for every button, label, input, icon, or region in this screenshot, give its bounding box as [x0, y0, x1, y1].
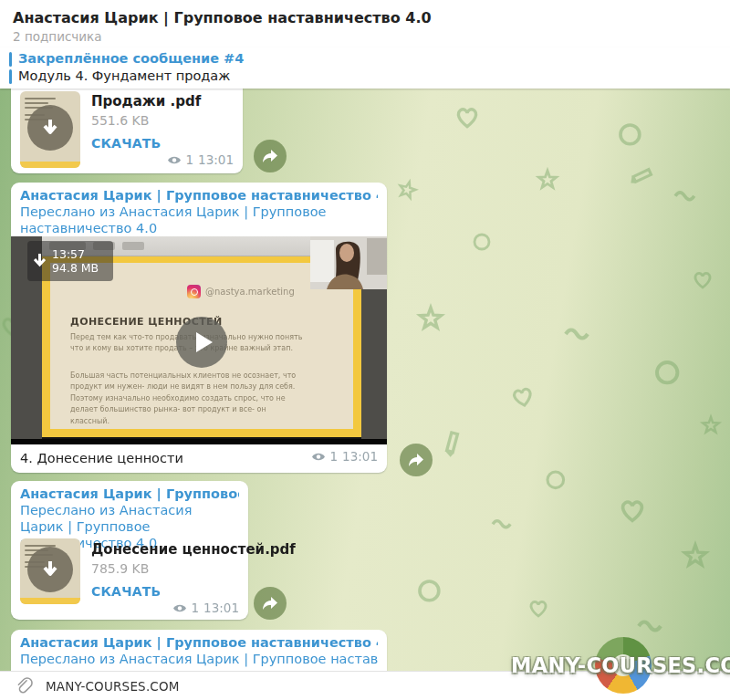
instagram-row: @nastya.marketing	[187, 285, 295, 298]
file-thumbnail-download[interactable]	[20, 91, 80, 168]
video-filesize: 94.8 MB	[52, 261, 99, 275]
message-time: 13:01	[198, 152, 234, 167]
subscriber-count: 2 подписчика	[13, 29, 102, 44]
attachment-paperclip-icon[interactable]	[15, 676, 34, 695]
message-meta: 1 13:01	[167, 152, 235, 167]
views-eye-icon	[311, 452, 326, 462]
download-link[interactable]: СКАЧАТЬ	[91, 136, 161, 151]
share-arrow-icon	[262, 596, 278, 611]
play-button[interactable]	[176, 317, 227, 368]
download-link[interactable]: СКАЧАТЬ	[91, 584, 161, 599]
view-count: 1	[186, 152, 194, 167]
forwarded-from[interactable]: Переслано из Анастасия Царик | Групповое…	[20, 651, 378, 667]
message-time: 13:01	[342, 449, 378, 464]
file-size: 785.9 KB	[91, 561, 149, 576]
message-time: 13:01	[203, 601, 239, 615]
message-bubble-video: Анастасия Царик | Групповое наставничест…	[11, 183, 387, 473]
message-bubble-file-2: Анастасия Царик | Групповое наста... Пер…	[11, 481, 248, 620]
video-player[interactable]: @nastya.marketing ДОНЕСЕНИЕ ЦЕННОСТЕЙ Пе…	[11, 236, 387, 444]
forwarded-from[interactable]: Переслано из Анастасия Царик | Групповое…	[20, 204, 378, 236]
footer-text: MANY-COURSES.COM	[46, 679, 180, 694]
pinned-message-bar[interactable]: Закреплённое сообщение #4 Модуль 4. Фунд…	[0, 47, 730, 89]
instagram-handle: @nastya.marketing	[205, 287, 295, 297]
pinned-indicator	[9, 52, 12, 84]
download-circle-icon	[27, 105, 73, 151]
share-arrow-icon	[262, 149, 278, 163]
file-thumbnail-download[interactable]	[20, 538, 80, 604]
sender-name[interactable]: Анастасия Царик | Групповое наставничест…	[20, 634, 378, 651]
video-bottom-bar	[11, 439, 387, 444]
download-circle-icon	[27, 547, 73, 592]
sender-name[interactable]: Анастасия Царик | Групповое наставничест…	[20, 187, 378, 204]
telegram-channel-window: Анастасия Царик | Групповое наставничест…	[0, 0, 730, 700]
file-size: 551.6 KB	[91, 113, 149, 128]
video-duration: 13:57	[52, 247, 99, 261]
message-meta: 1 13:01	[172, 601, 240, 615]
views-eye-icon	[167, 155, 182, 165]
file-name: Донесение ценностей.pdf	[91, 541, 296, 558]
download-arrow-icon	[40, 118, 60, 138]
message-input-bar: MANY-COURSES.COM	[0, 671, 730, 700]
chat-message-area: Продажи .pdf 551.6 KB СКАЧАТЬ 1 13:01 Ан…	[0, 89, 730, 671]
message-bubble-file-1: Продажи .pdf 551.6 KB СКАЧАТЬ 1 13:01	[11, 89, 243, 173]
pinned-text: Модуль 4. Фундамент продаж	[18, 68, 230, 83]
share-button[interactable]	[400, 444, 433, 476]
pinned-title: Закреплённое сообщение #4	[18, 51, 244, 66]
video-caption: 4. Донесение ценности	[20, 451, 183, 465]
view-count: 1	[192, 601, 200, 615]
instagram-icon	[187, 285, 201, 298]
views-eye-icon	[172, 603, 187, 613]
file-name: Продажи .pdf	[91, 93, 201, 110]
play-icon	[196, 332, 213, 352]
view-count: 1	[330, 449, 339, 464]
webcam-overlay	[310, 236, 387, 289]
share-button[interactable]	[254, 587, 287, 620]
video-download-icon[interactable]	[34, 254, 46, 269]
sender-name[interactable]: Анастасия Царик | Групповое наста...	[20, 486, 239, 502]
share-arrow-icon	[408, 453, 424, 467]
message-meta: 1 13:01	[311, 449, 379, 464]
download-arrow-icon	[40, 559, 60, 580]
share-button[interactable]	[254, 140, 287, 172]
channel-title: Анастасия Царик | Групповое наставничест…	[13, 9, 432, 26]
slide-paragraph: Большая часть потенциальных клиентов не …	[70, 371, 308, 427]
video-info-overlay: 13:57 94.8 MB	[27, 241, 113, 281]
chat-header: Анастасия Царик | Групповое наставничест…	[0, 0, 730, 47]
message-bubble-cropped: Анастасия Царик | Групповое наставничест…	[11, 630, 387, 671]
